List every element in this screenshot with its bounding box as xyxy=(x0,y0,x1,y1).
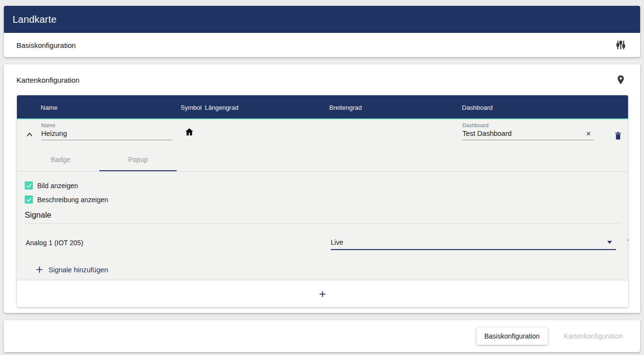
delete-row-button[interactable] xyxy=(610,128,626,143)
signals-divider xyxy=(25,223,620,224)
basis-config-card: Landkarte Basiskonfiguration xyxy=(4,6,640,57)
plus-icon: + xyxy=(319,288,326,300)
location-pin-icon xyxy=(615,74,626,85)
basis-config-title: Basiskonfiguration xyxy=(16,41,76,49)
dashboard-input[interactable] xyxy=(462,130,586,140)
map-config-header: Kartenkonfiguration xyxy=(4,64,640,95)
clear-x-icon: ✕ xyxy=(586,130,591,137)
name-input[interactable] xyxy=(41,130,172,140)
table-header-row: Name Symbol Längengrad Breitengrad Dashb… xyxy=(17,95,628,119)
symbol-cell[interactable] xyxy=(184,127,195,137)
signal-mode-value: Live xyxy=(331,238,343,246)
app-header: Landkarte xyxy=(4,6,640,33)
signal-name-label: Analog 1 (IOT 205) xyxy=(26,239,83,247)
add-marker-button[interactable]: + xyxy=(17,281,628,307)
basis-config-row: Basiskonfiguration xyxy=(4,33,640,57)
signal-mode-select[interactable]: Live xyxy=(331,238,616,250)
popup-tab-panel: Bild anzeigen Beschreibung anzeigen Sign… xyxy=(17,172,628,281)
tab-badge[interactable]: Badge xyxy=(22,148,99,171)
column-header-name: Name xyxy=(41,104,58,111)
show-image-checkbox-row[interactable]: Bild anzeigen xyxy=(25,181,620,190)
collapse-row-button[interactable] xyxy=(23,128,36,141)
chevron-up-icon xyxy=(25,130,34,139)
delete-signal-button[interactable] xyxy=(622,235,628,250)
map-pin-button[interactable] xyxy=(613,72,629,88)
dashboard-field-label: Dashboard xyxy=(462,122,594,128)
table-row: Name Dashboard ✕ xyxy=(17,119,628,148)
signal-row: Analog 1 (IOT 205) Live xyxy=(25,235,620,251)
sliders-button[interactable] xyxy=(613,37,629,53)
map-config-title: Kartenkonfiguration xyxy=(16,76,79,84)
clear-dashboard-button[interactable]: ✕ xyxy=(586,130,594,140)
column-header-longitude: Längengrad xyxy=(205,104,238,111)
show-description-label: Beschreibung anzeigen xyxy=(37,196,108,204)
column-header-latitude: Breitengrad xyxy=(329,104,362,111)
sliders-icon xyxy=(615,39,627,51)
show-image-label: Bild anzeigen xyxy=(37,182,78,190)
home-icon xyxy=(184,127,195,137)
plus-icon xyxy=(35,266,44,274)
add-signal-button[interactable]: Signale hinzufügen xyxy=(35,266,108,274)
map-config-card: Kartenkonfiguration Name Symbol Längengr… xyxy=(4,64,640,313)
name-field-label: Name xyxy=(41,122,172,128)
footer-actions-card: Basiskonfiguration Kartenkonfiguration xyxy=(4,320,640,352)
signals-heading: Signale xyxy=(25,210,620,220)
chevron-down-icon xyxy=(607,241,612,244)
column-header-dashboard: Dashboard xyxy=(462,104,493,111)
dashboard-field: Dashboard ✕ xyxy=(462,122,594,140)
show-description-checkbox-row[interactable]: Beschreibung anzeigen xyxy=(25,195,620,204)
basis-config-button[interactable]: Basiskonfiguration xyxy=(476,327,547,345)
name-field: Name xyxy=(41,122,172,140)
trash-icon xyxy=(626,238,629,247)
column-header-symbol: Symbol xyxy=(181,104,201,111)
markers-table: Name Symbol Längengrad Breitengrad Dashb… xyxy=(17,95,628,307)
trash-icon xyxy=(613,131,623,140)
map-config-button-disabled: Kartenkonfiguration xyxy=(560,332,627,340)
add-signal-label: Signale hinzufügen xyxy=(48,266,108,274)
checkbox-checked-icon[interactable] xyxy=(25,181,33,190)
checkbox-checked-icon[interactable] xyxy=(25,195,33,204)
page-title: Landkarte xyxy=(13,14,57,25)
row-detail-tabs: Badge Popup xyxy=(17,148,628,172)
tab-popup[interactable]: Popup xyxy=(99,148,177,171)
